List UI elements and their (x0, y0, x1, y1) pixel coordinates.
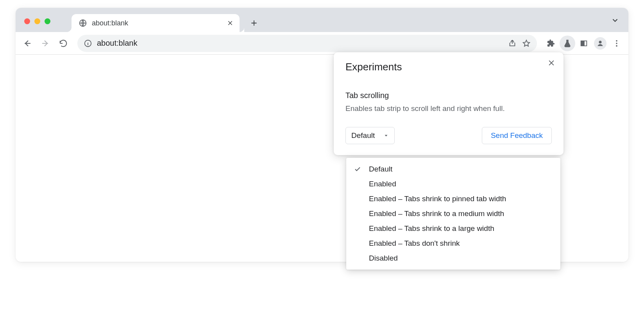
svg-point-3 (616, 40, 617, 41)
close-tab-button[interactable] (226, 19, 234, 27)
svg-point-4 (616, 43, 617, 44)
dropdown-selected-label: Default (351, 131, 375, 140)
menu-button[interactable] (609, 36, 624, 51)
tab-strip: about:blank (16, 8, 628, 32)
minimize-window-button[interactable] (34, 18, 40, 24)
popup-title: Experiments (345, 61, 552, 73)
experiment-description: Enables tab strip to scroll left and rig… (345, 103, 552, 114)
maximize-window-button[interactable] (45, 18, 50, 24)
dropdown-option[interactable]: Enabled – Tabs don't shrink (346, 236, 560, 251)
dropdown-option-label: Enabled – Tabs shrink to a large width (369, 224, 494, 233)
check-icon (353, 166, 362, 173)
side-panel-button[interactable] (576, 36, 592, 51)
experiments-button[interactable] (560, 36, 575, 51)
send-feedback-button[interactable]: Send Feedback (482, 127, 552, 144)
dropdown-option[interactable]: Enabled – Tabs shrink to a large width (346, 221, 560, 236)
experiment-dropdown-menu: DefaultEnabledEnabled – Tabs shrink to p… (346, 158, 560, 270)
experiments-popup: Experiments Tab scrolling Enables tab st… (334, 52, 564, 155)
forward-button[interactable] (38, 36, 53, 51)
globe-icon (79, 19, 87, 27)
window-controls (19, 18, 56, 32)
back-button[interactable] (20, 36, 35, 51)
caret-down-icon (383, 133, 389, 138)
browser-tab[interactable]: about:blank (72, 14, 240, 32)
share-icon[interactable] (508, 39, 517, 48)
reload-button[interactable] (55, 36, 71, 51)
svg-point-2 (599, 41, 602, 43)
toolbar-right (543, 36, 624, 51)
close-window-button[interactable] (24, 18, 30, 24)
dropdown-option[interactable]: Disabled (346, 251, 560, 266)
experiment-name: Tab scrolling (345, 91, 552, 100)
dropdown-option-label: Enabled – Tabs shrink to pinned tab widt… (369, 195, 506, 203)
experiment-dropdown[interactable]: Default (345, 127, 395, 144)
bookmark-star-icon[interactable] (522, 39, 531, 48)
dropdown-option-label: Default (369, 165, 392, 173)
dropdown-option[interactable]: Enabled – Tabs shrink to pinned tab widt… (346, 191, 560, 206)
toolbar: about:blank (16, 32, 628, 55)
url-text: about:blank (97, 39, 503, 48)
svg-point-5 (616, 45, 617, 46)
dropdown-option-label: Enabled – Tabs shrink to a medium width (369, 209, 504, 218)
site-info-icon[interactable] (84, 39, 92, 48)
new-tab-button[interactable] (247, 16, 261, 30)
tab-list-dropdown-button[interactable] (610, 15, 621, 26)
popup-close-button[interactable] (546, 58, 556, 68)
avatar-icon (594, 37, 606, 50)
dropdown-option-label: Disabled (369, 254, 398, 263)
dropdown-option-label: Enabled – Tabs don't shrink (369, 239, 460, 248)
dropdown-option-label: Enabled (369, 180, 396, 188)
dropdown-option[interactable]: Enabled (346, 177, 560, 191)
address-bar[interactable]: about:blank (77, 35, 537, 52)
dropdown-option[interactable]: Default (346, 162, 560, 177)
tab-title: about:blank (92, 19, 226, 27)
profile-button[interactable] (592, 36, 608, 51)
extensions-button[interactable] (543, 36, 559, 51)
dropdown-option[interactable]: Enabled – Tabs shrink to a medium width (346, 206, 560, 221)
